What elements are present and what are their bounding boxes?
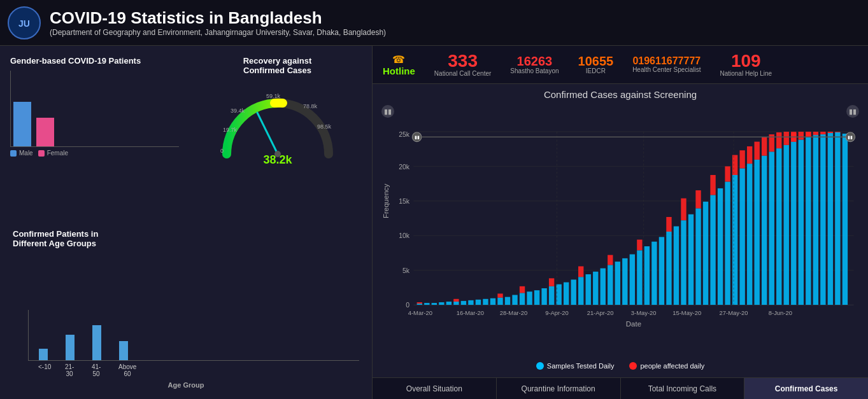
age-label-21-30: 21-30 (65, 363, 74, 377)
phone-icon: ☎ (392, 53, 405, 66)
svg-rect-86 (497, 293, 502, 297)
svg-rect-50 (601, 269, 606, 305)
app-logo: JU (8, 6, 41, 39)
hotline-109-sub: National Help Line (720, 70, 772, 77)
left-bottom: Confirmed Patients inDifferent Age Group… (6, 223, 366, 393)
svg-rect-42 (541, 288, 546, 305)
svg-rect-70 (747, 164, 752, 305)
svg-rect-29 (446, 302, 452, 305)
svg-rect-97 (732, 155, 737, 175)
svg-rect-82 (835, 132, 840, 305)
svg-rect-79 (813, 135, 818, 305)
hotline-109: 109 National Help Line (720, 52, 772, 77)
recovery-section: Recovery againstConfirmed Cases (189, 52, 366, 223)
svg-rect-78 (806, 137, 811, 305)
svg-rect-61 (681, 220, 686, 305)
hotline-10655-number: 10655 (578, 55, 614, 67)
svg-rect-100 (754, 142, 759, 160)
svg-rect-33 (476, 300, 481, 305)
hotline-16263-number: 16263 (517, 55, 553, 67)
tab-confirmed-cases[interactable]: Confirmed Cases (744, 378, 868, 399)
svg-text:20k: 20k (399, 164, 410, 171)
svg-text:4-Mar-20: 4-Mar-20 (408, 309, 432, 316)
gauge-wrapper: 0 19.7k 39.4k 59.1k 78.8k 98.5k 38.2k (214, 78, 341, 167)
age-axis-label: Age Group (13, 381, 359, 389)
svg-rect-49 (593, 272, 598, 305)
chart-wrapper: ▮▮ ▮▮ 0 5 (380, 104, 860, 360)
svg-text:0: 0 (220, 148, 224, 154)
svg-rect-88 (549, 278, 554, 286)
svg-rect-103 (776, 132, 781, 148)
legend-samples: Samples Tested Daily (536, 362, 615, 370)
hotline-333: 333 National Call Center (434, 52, 492, 77)
age-labels-row: <-10 21-30 41-50 Above 60 (28, 361, 359, 380)
svg-rect-76 (791, 142, 796, 305)
svg-rect-62 (688, 214, 694, 305)
tab-quarantine-info[interactable]: Qurantine Information (497, 378, 621, 399)
svg-rect-72 (762, 156, 767, 305)
scroll-left-btn[interactable]: ▮▮ (381, 105, 394, 118)
scroll-right-btn[interactable]: ▮▮ (846, 105, 859, 118)
svg-rect-44 (556, 284, 561, 305)
svg-rect-65 (710, 195, 715, 305)
svg-rect-101 (762, 137, 767, 155)
age-bar-group-1 (39, 349, 48, 360)
svg-rect-51 (608, 265, 613, 305)
svg-rect-74 (776, 148, 781, 305)
chart-bars (417, 125, 848, 305)
svg-text:78.8k: 78.8k (303, 103, 318, 109)
svg-text:JU: JU (18, 18, 30, 29)
age-bar-lt10 (39, 349, 48, 360)
svg-text:59.1k: 59.1k (266, 93, 281, 99)
chart-area: Confirmed Cases against Screening ▮▮ ▮▮ (373, 84, 868, 377)
svg-rect-54 (630, 255, 635, 305)
legend-label-samples: Samples Tested Daily (547, 362, 615, 370)
svg-rect-75 (784, 145, 789, 305)
svg-text:28-Mar-20: 28-Mar-20 (500, 309, 527, 316)
svg-rect-52 (615, 262, 620, 305)
legend-affected: people affected daily (629, 362, 704, 370)
tab-total-incoming-calls[interactable]: Total Incoming Calls (621, 378, 745, 399)
age-section: Confirmed Patients inDifferent Age Group… (6, 225, 366, 393)
svg-rect-53 (622, 258, 627, 305)
svg-line-2 (257, 113, 278, 154)
svg-rect-66 (718, 188, 723, 305)
svg-rect-108 (813, 132, 818, 135)
svg-rect-56 (644, 246, 650, 305)
svg-text:Date: Date (626, 320, 641, 328)
svg-rect-90 (608, 255, 613, 265)
header: JU COVID-19 Statistics in Bangladesh (De… (0, 0, 868, 46)
hotline-109-number: 109 (731, 52, 761, 70)
svg-rect-96 (725, 166, 730, 181)
page-subtitle: (Department of Geography and Environment… (50, 28, 386, 37)
hotline-16263-sub: Shastho Batayon (510, 67, 559, 74)
age-label-41-50: 41-50 (92, 363, 101, 377)
svg-rect-95 (710, 175, 715, 195)
svg-text:21-Apr-20: 21-Apr-20 (587, 309, 614, 316)
svg-rect-57 (651, 242, 657, 305)
gender-legend: Male Female (10, 150, 179, 157)
svg-rect-41 (534, 290, 539, 305)
age-bar-group-2 (66, 335, 75, 360)
svg-text:25k: 25k (399, 131, 410, 138)
svg-text:15-May-20: 15-May-20 (672, 309, 701, 316)
svg-text:9-Apr-20: 9-Apr-20 (545, 309, 569, 316)
age-bar-group-4 (119, 341, 128, 360)
svg-rect-89 (578, 266, 583, 277)
svg-rect-27 (432, 303, 437, 305)
svg-rect-26 (424, 303, 429, 305)
svg-text:15k: 15k (399, 198, 410, 205)
gender-title: Gender-based COVID-19 Patients (10, 56, 179, 66)
svg-rect-94 (695, 190, 701, 208)
svg-rect-99 (747, 146, 752, 164)
svg-rect-112 (791, 125, 796, 141)
svg-text:98.5k: 98.5k (317, 123, 332, 130)
svg-text:5k: 5k (402, 267, 410, 274)
svg-rect-80 (820, 134, 825, 305)
svg-text:8-Jun-20: 8-Jun-20 (769, 309, 792, 316)
svg-rect-35 (490, 298, 495, 305)
svg-rect-87 (520, 286, 525, 293)
chart-svg: 0 5k 10k 15k 20k 25k Frequency (380, 104, 860, 360)
svg-rect-64 (703, 202, 708, 305)
tab-overall-situation[interactable]: Overall Situation (373, 378, 497, 399)
